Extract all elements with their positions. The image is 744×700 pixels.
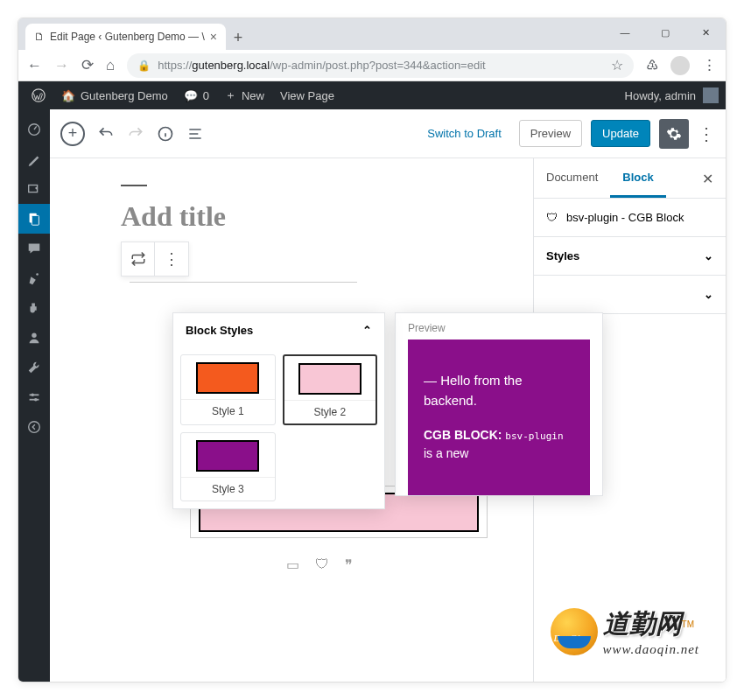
rail-media[interactable] [18,174,50,204]
style-label: Style 1 [181,399,275,423]
switch-to-draft-button[interactable]: Switch to Draft [418,122,510,145]
rail-pages[interactable] [18,204,50,234]
post-title-input[interactable]: Add title [121,200,471,233]
svg-point-10 [31,394,34,397]
page-icon: 🗋 [34,31,45,43]
block-quote-icon[interactable]: ❞ [345,556,353,573]
svg-point-11 [34,398,38,402]
block-transform-button[interactable] [122,242,155,276]
tab-title: Edit Page ‹ Gutenberg Demo — \ [50,31,205,43]
styles-panel-label: Styles [546,249,579,262]
svg-point-7 [32,333,36,338]
browser-menu-icon[interactable]: ⋮ [702,56,717,74]
home-icon[interactable]: ⌂ [106,57,115,74]
rail-users[interactable] [18,323,50,353]
url-scheme: https:// [158,59,192,72]
svg-point-3 [35,187,38,190]
advanced-panel-toggle[interactable]: ⌄ [534,276,726,314]
preview-button[interactable]: Preview [519,120,582,147]
editor-canvas[interactable]: Add title ⋮ Block Styles ⌃ Style [50,158,533,682]
admin-left-rail [18,109,50,682]
rail-collapse[interactable] [18,412,50,442]
new-label: New [242,89,264,102]
extension-icon[interactable]: ♳ [646,57,658,74]
undo-button[interactable] [97,125,115,143]
reload-icon[interactable]: ⟳ [81,56,94,74]
style-card[interactable]: Style 3 [180,432,276,501]
howdy-label[interactable]: Howdy, admin [625,89,696,102]
settings-toggle-button[interactable] [659,119,689,149]
svg-point-6 [36,273,39,276]
block-selection-divider [130,282,357,283]
url-field[interactable]: 🔒 https://gutenberg.local/wp-admin/post.… [127,53,634,78]
maximize-button[interactable]: ▢ [645,18,685,46]
site-name-label: Gutenberg Demo [81,89,168,102]
info-button[interactable] [157,125,174,143]
update-button[interactable]: Update [591,120,650,147]
url-host: gutenberg.local [192,59,270,72]
more-menu-button[interactable]: ⋮ [698,123,715,144]
chevron-down-icon: ⌄ [704,249,713,262]
rail-posts[interactable] [18,144,50,174]
styles-panel-toggle[interactable]: Styles ⌄ [534,237,726,276]
redo-button[interactable] [127,125,144,143]
block-more-button[interactable]: ⋮ [155,242,188,276]
style-card[interactable]: Style 2 [283,354,378,425]
svg-rect-5 [32,215,39,225]
tab-block[interactable]: Block [610,158,665,198]
svg-point-12 [29,422,40,433]
outline-button[interactable] [186,125,204,143]
preview-content: — Hello from the backend. CGB BLOCK: bsv… [408,340,590,495]
block-shield-icon[interactable]: 🛡 [315,556,329,573]
block-styles-header[interactable]: Block Styles ⌃ [173,313,384,347]
lock-icon: 🔒 [137,60,151,72]
wp-logo[interactable] [24,81,53,109]
wp-admin-bar: 🏠 Gutenberg Demo 💬 0 ＋ New View Page How… [18,81,726,109]
style-swatch [196,362,259,394]
profile-avatar[interactable] [670,56,690,75]
browser-tab[interactable]: 🗋 Edit Page ‹ Gutenberg Demo — \ × [25,24,226,50]
address-bar: ← → ⟳ ⌂ 🔒 https://gutenberg.local/wp-adm… [18,50,726,81]
style-swatch [298,363,361,395]
rail-settings[interactable] [18,382,50,412]
tab-close-icon[interactable]: × [210,30,217,44]
forward-icon[interactable]: → [54,57,69,74]
preview-label: Preview [408,322,590,334]
shield-icon: 🛡 [546,211,558,224]
style-swatch [196,440,259,472]
rail-dashboard[interactable] [18,115,50,144]
new-content-link[interactable]: ＋ New [217,81,272,109]
rail-appearance[interactable] [18,263,50,293]
site-name-link[interactable]: 🏠 Gutenberg Demo [53,81,176,109]
block-screen-icon[interactable]: ▭ [286,556,299,573]
inspector-close-button[interactable]: ✕ [690,158,726,198]
editor-topbar: + Switch to Draft Preview Update ⋮ [50,109,726,158]
chevron-up-icon: ⌃ [362,324,372,337]
title-divider [121,185,147,186]
block-styles-title: Block Styles [186,324,253,337]
star-icon[interactable]: ☆ [611,57,623,74]
comments-link[interactable]: 💬 0 [176,81,217,109]
style-label: Style 2 [284,400,376,424]
plus-icon: ＋ [225,88,236,103]
tab-document[interactable]: Document [534,158,610,198]
block-toolbar: ⋮ [121,242,189,276]
rail-comments[interactable] [18,234,50,263]
home-icon: 🏠 [61,89,75,102]
style-card[interactable]: Style 1 [180,354,276,425]
url-path: /wp-admin/post.php?post=344&action=edit [270,59,485,72]
view-page-link[interactable]: View Page [272,81,342,109]
preview-cgb-code: bsv-plugin [505,430,563,442]
new-tab-button[interactable]: + [226,25,250,50]
block-info: 🛡 bsv-plugin - CGB Block [534,199,726,237]
minimize-button[interactable]: — [605,18,645,46]
back-icon[interactable]: ← [27,57,42,74]
user-avatar[interactable] [703,88,719,103]
add-block-button[interactable]: + [60,122,85,146]
preview-line1: — Hello from the backend. [424,371,574,410]
view-page-label: View Page [280,89,334,102]
window-close-button[interactable]: ✕ [685,18,726,46]
rail-tools[interactable] [18,353,50,382]
block-bottom-icons: ▭ 🛡 ❞ [286,556,353,573]
rail-plugins[interactable] [18,293,50,323]
